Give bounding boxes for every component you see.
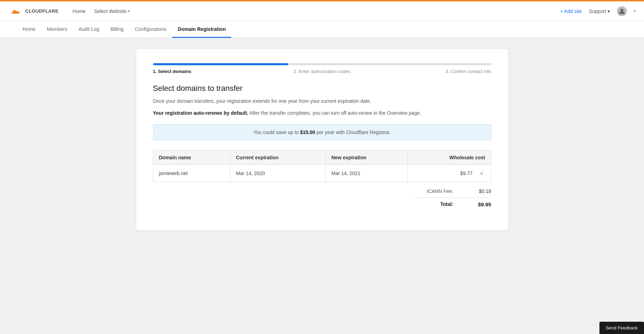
logo[interactable]: CLOUDFLARE — [8, 6, 59, 16]
step-1-label: 1. Select domains — [153, 69, 266, 74]
support-button[interactable]: Support ▾ — [589, 8, 610, 14]
col-new-expiration: New expiration — [326, 150, 408, 165]
section-title: Select domains to transfer — [153, 84, 491, 93]
col-current-expiration: Current expiration — [230, 150, 326, 165]
subnav: Home Members Audit Log Billing Configura… — [0, 21, 644, 38]
header: CLOUDFLARE Home Select Website ▾ + Add s… — [0, 1, 644, 21]
total-value: $9.95 — [470, 201, 491, 207]
cost-cell-inner: $9.77 × — [413, 170, 485, 177]
totals-divider — [414, 198, 491, 198]
send-feedback-button[interactable]: Send Feedback — [599, 322, 644, 334]
progress-fill — [153, 63, 288, 65]
icann-fee-label: ICANN Fee: — [411, 188, 453, 194]
cost-cell: $9.77 × — [407, 165, 491, 182]
subnav-item-domain-registration[interactable]: Domain Registration — [172, 21, 232, 38]
table-header: Domain name Current expiration New expir… — [153, 150, 491, 165]
total-label: Total: — [411, 201, 453, 207]
select-website-label: Select Website — [94, 8, 127, 14]
subnav-item-members[interactable]: Members — [41, 21, 73, 38]
logo-text: CLOUDFLARE — [25, 8, 59, 14]
chevron-down-icon: ▾ — [608, 8, 610, 14]
auto-renew-bold: Your registration auto-renews by default… — [153, 110, 248, 116]
savings-amount: $15.00 — [300, 129, 315, 135]
table-body: jamieweb.net Mar 14, 2020 Mar 14, 2021 $… — [153, 165, 491, 182]
subnav-item-audit-log[interactable]: Audit Log — [73, 21, 105, 38]
domain-name-cell: jamieweb.net — [153, 165, 230, 182]
icann-fee-row: ICANN Fee: $0.18 — [411, 186, 491, 196]
user-icon — [619, 8, 625, 14]
progress-bar-container: 1. Select domains 2. Enter authorization… — [153, 63, 491, 74]
select-website-dropdown[interactable]: Select Website ▾ — [91, 7, 133, 15]
auto-renew-notice: Your registration auto-renews by default… — [153, 109, 491, 117]
icann-fee-value: $0.18 — [470, 188, 491, 194]
current-expiration-cell: Mar 14, 2020 — [230, 165, 326, 182]
support-label: Support — [589, 8, 606, 14]
table-row: jamieweb.net Mar 14, 2020 Mar 14, 2021 $… — [153, 165, 491, 182]
user-chevron-icon: ▾ — [634, 9, 636, 13]
savings-text-after: per year with Cloudflare Registrar. — [315, 129, 391, 135]
step-3-label: 3. Confirm contact info — [378, 69, 491, 74]
main-content: 1. Select domains 2. Enter authorization… — [0, 38, 644, 334]
wizard-card: 1. Select domains 2. Enter authorization… — [136, 49, 508, 231]
add-site-button[interactable]: + Add site — [560, 8, 582, 14]
cloudflare-logo-icon — [8, 6, 22, 16]
svg-point-0 — [620, 9, 623, 12]
header-right: + Add site Support ▾ ▾ — [560, 6, 636, 16]
domains-table: Domain name Current expiration New expir… — [153, 150, 491, 182]
remove-domain-button[interactable]: × — [478, 170, 485, 177]
subnav-item-configurations[interactable]: Configurations — [129, 21, 172, 38]
table-header-row: Domain name Current expiration New expir… — [153, 150, 491, 165]
total-row: Total: $9.95 — [411, 199, 491, 209]
steps-labels: 1. Select domains 2. Enter authorization… — [153, 69, 491, 74]
chevron-down-icon: ▾ — [128, 9, 130, 13]
subnav-item-billing[interactable]: Billing — [105, 21, 129, 38]
user-avatar[interactable] — [617, 6, 627, 16]
new-expiration-cell: Mar 14, 2021 — [326, 165, 408, 182]
savings-banner: You could save up to $15.00 per year wit… — [153, 124, 491, 140]
progress-track — [153, 63, 491, 65]
main-nav: Home Select Website ▾ — [70, 7, 133, 15]
nav-home[interactable]: Home — [70, 7, 88, 15]
savings-text-before: You could save up to — [253, 129, 300, 135]
subnav-item-home[interactable]: Home — [17, 21, 41, 38]
auto-renew-rest: After the transfer completes, you can tu… — [248, 110, 421, 116]
step-2-label: 2. Enter authorization codes — [266, 69, 378, 74]
totals-section: ICANN Fee: $0.18 Total: $9.95 — [153, 182, 491, 214]
col-wholesale-cost: Wholesale cost — [407, 150, 491, 165]
cost-value: $9.77 — [460, 171, 472, 176]
description-text: Once your domain transfers, your registr… — [153, 97, 491, 105]
col-domain-name: Domain name — [153, 150, 230, 165]
